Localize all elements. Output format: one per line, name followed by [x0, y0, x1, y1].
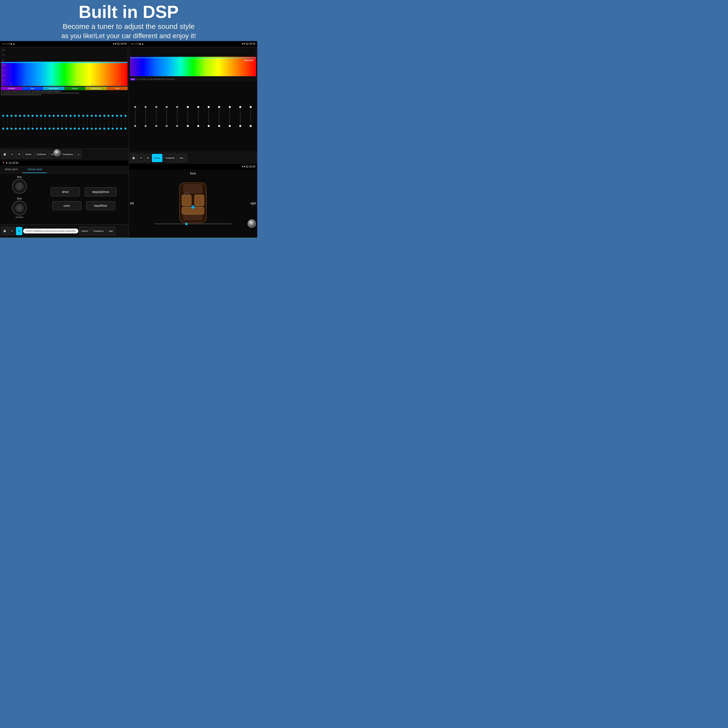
slider-dot-bottom[interactable] — [65, 128, 67, 130]
right-slider-dot-b[interactable] — [197, 125, 199, 127]
slider-dot-bottom[interactable] — [124, 128, 127, 130]
right-volume-knob[interactable] — [248, 219, 256, 228]
slider-dot[interactable] — [65, 115, 67, 117]
slider-dot[interactable] — [74, 115, 76, 117]
right-slider-dot-b[interactable] — [134, 125, 136, 127]
right-slider-dot[interactable] — [218, 106, 220, 108]
slider-dot[interactable] — [28, 115, 29, 117]
slider-dot-bottom[interactable] — [28, 128, 29, 130]
right-scene-button[interactable]: Scene — [152, 154, 162, 162]
right-slider-dot[interactable] — [166, 106, 168, 108]
right-slider-dot[interactable] — [250, 106, 252, 108]
right-slider-dot[interactable] — [155, 106, 157, 108]
right-slider-dot-b[interactable] — [218, 125, 220, 127]
slider-dot[interactable] — [40, 115, 42, 117]
slider-dot[interactable] — [107, 115, 109, 117]
slider-dot-bottom[interactable] — [36, 128, 38, 130]
right-slider-dot[interactable] — [134, 106, 136, 108]
slider-dot-bottom[interactable] — [99, 128, 101, 130]
slider-dot[interactable] — [95, 115, 97, 117]
home-icon[interactable]: ○ — [5, 43, 6, 45]
slider-dot-bottom[interactable] — [112, 128, 113, 130]
slider-dot-bottom[interactable] — [57, 128, 59, 130]
slider-dot[interactable] — [120, 115, 122, 117]
right-eq-button[interactable]: ⚙ — [145, 154, 151, 162]
right-slider-dot-b[interactable] — [229, 125, 231, 127]
emphasis-button[interactable]: Emp... — [49, 150, 60, 159]
balance-track[interactable] — [154, 223, 231, 224]
right-slider-dot-b[interactable] — [145, 125, 147, 127]
right-slider-dot[interactable] — [239, 106, 241, 108]
reset-button-2[interactable]: ↺ — [9, 227, 15, 235]
slider-dot[interactable] — [112, 115, 113, 117]
deputy-drive-button[interactable]: deputyDrive — [85, 187, 116, 196]
back-icon[interactable]: ◁ — [2, 43, 4, 45]
user-button[interactable]: user — [107, 227, 115, 235]
right-slider-dot[interactable] — [208, 106, 210, 108]
right-reset-button[interactable]: ↺ — [138, 154, 144, 162]
slider-dot-bottom[interactable] — [19, 128, 21, 130]
u-button[interactable]: u — [76, 150, 81, 159]
right-slider-dot-b[interactable] — [250, 125, 252, 127]
right-slider-dot-b[interactable] — [239, 125, 241, 127]
slider-dot[interactable] — [103, 115, 105, 117]
right-customer-button[interactable]: Customer — [163, 154, 177, 162]
slider-dot-bottom[interactable] — [6, 128, 8, 130]
right-slider-dot[interactable] — [197, 106, 199, 108]
emperor-button[interactable]: mperor — [79, 227, 90, 235]
right-slider-dot[interactable] — [187, 106, 189, 108]
right-slider-dot-b[interactable] — [166, 125, 168, 127]
slider-dot-bottom[interactable] — [53, 128, 55, 130]
slider-dot[interactable] — [11, 115, 12, 117]
slider-dot[interactable] — [124, 115, 127, 117]
slider-dot[interactable] — [61, 115, 63, 117]
right-slider-dot[interactable] — [176, 106, 178, 108]
right-home-icon[interactable]: ○ — [133, 43, 135, 45]
eq-settings-button[interactable]: ⚙ — [16, 150, 22, 159]
slider-dot[interactable] — [78, 115, 80, 117]
drive-button[interactable]: drive — [51, 187, 80, 196]
slider-dot[interactable] — [49, 115, 50, 117]
slider-dot-bottom[interactable] — [116, 128, 118, 130]
slider-dot-bottom[interactable] — [78, 128, 80, 130]
slider-dot-bottom[interactable] — [44, 128, 46, 130]
slider-dot[interactable] — [86, 115, 88, 117]
customer-button[interactable]: Customer — [34, 150, 48, 159]
slider-dot[interactable] — [36, 115, 38, 117]
right-slider-dot[interactable] — [229, 106, 231, 108]
slider-dot[interactable] — [82, 115, 84, 117]
slider-dot[interactable] — [6, 115, 8, 117]
slider-dot[interactable] — [99, 115, 101, 117]
slider-dot-bottom[interactable] — [91, 128, 93, 130]
slider-dot[interactable] — [19, 115, 21, 117]
slider-dot-bottom[interactable] — [86, 128, 88, 130]
right-slider-dot[interactable] — [145, 106, 147, 108]
scene-button[interactable]: Scene — [23, 150, 34, 159]
square-icon[interactable]: □ — [7, 43, 8, 45]
slider-dot-bottom[interactable] — [120, 128, 122, 130]
slider-dot-bottom[interactable] — [40, 128, 42, 130]
slider-dot-bottom[interactable] — [23, 128, 25, 130]
right-square-icon[interactable]: □ — [136, 43, 137, 45]
right-back-icon[interactable]: ◁ — [131, 43, 133, 45]
slider-dot[interactable] — [57, 115, 59, 117]
slider-dot[interactable] — [53, 115, 55, 117]
slider-dot[interactable] — [44, 115, 46, 117]
right-slider-dot-b[interactable] — [187, 125, 189, 127]
eq-button-2[interactable]: ⚙ — [16, 227, 22, 235]
slider-dot-bottom[interactable] — [103, 128, 105, 130]
slider-dot[interactable] — [91, 115, 93, 117]
slider-dot-bottom[interactable] — [70, 128, 72, 130]
slider-dot-bottom[interactable] — [61, 128, 63, 130]
slider-dot[interactable] — [32, 115, 34, 117]
reset-button[interactable]: ↺ — [9, 150, 15, 159]
knob-overlay[interactable] — [54, 149, 61, 156]
slider-dot-bottom[interactable] — [82, 128, 84, 130]
save-button-2[interactable]: 💾 — [1, 227, 8, 235]
slider-dot[interactable] — [15, 115, 17, 117]
right-slider-dot-b[interactable] — [176, 125, 178, 127]
slider-dot-bottom[interactable] — [107, 128, 109, 130]
slider-dot-bottom[interactable] — [95, 128, 97, 130]
frequency-button[interactable]: Frequency — [60, 150, 75, 159]
slider-dot[interactable] — [70, 115, 72, 117]
